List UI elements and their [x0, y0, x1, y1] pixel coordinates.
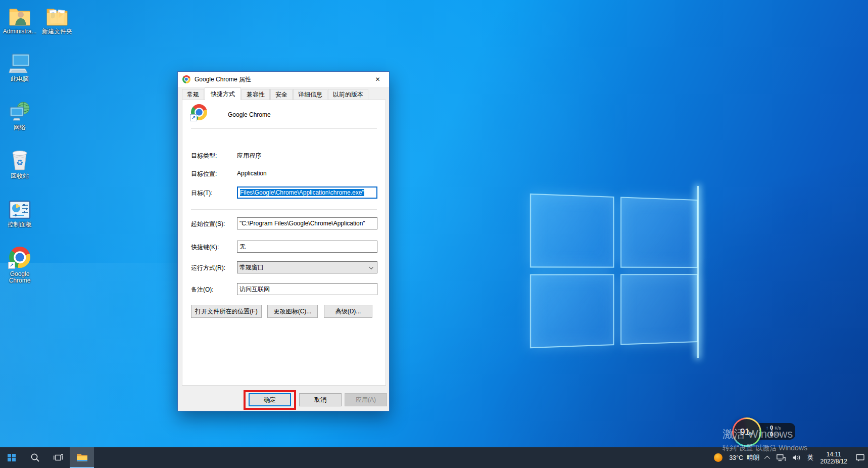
desktop-icon-control-panel[interactable]: 控制面板 — [1, 196, 38, 228]
desktop-icon-label: 新建文件夹 — [42, 28, 72, 35]
volume-icon[interactable] — [792, 454, 801, 461]
windows-logo-pane — [620, 197, 698, 268]
network-status-icon[interactable] — [777, 454, 786, 461]
download-arrow-icon — [766, 432, 768, 437]
chevron-down-icon — [369, 265, 373, 269]
task-view-button[interactable] — [46, 447, 70, 468]
run-mode-label: 运行方式(R): — [191, 264, 225, 272]
upload-speed-unit: K/s — [775, 426, 781, 431]
dialog-title: Google Chrome 属性 — [195, 75, 251, 84]
download-speed-row: 0 K/s — [766, 432, 795, 438]
chrome-icon — [191, 104, 207, 120]
desktop-icon-new-folder[interactable]: 新建文件夹 — [38, 3, 76, 35]
desktop-icon-administrator[interactable]: Administra... — [1, 3, 38, 35]
windows-logo-pane — [530, 194, 614, 268]
wallpaper-glow-edge — [697, 186, 699, 358]
open-file-location-button[interactable]: 打开文件所在的位置(F) — [191, 305, 262, 318]
desktop-icon-recycle-bin[interactable]: ♻ 回收站 — [1, 148, 38, 179]
comment-input[interactable]: 访问互联网 — [237, 283, 377, 295]
tab-security[interactable]: 安全 — [270, 89, 293, 100]
recycle-bin-icon: ♻ — [8, 148, 31, 171]
separator — [191, 128, 377, 129]
target-type-label: 目标类型: — [191, 152, 217, 160]
chrome-icon — [8, 246, 31, 269]
chrome-icon — [182, 75, 190, 83]
desktop-icon-label: Administra... — [3, 28, 37, 35]
memory-percent-value: 91 — [740, 427, 749, 437]
upload-speed-value: 0 — [770, 425, 773, 431]
upload-speed-row: 0 K/s — [766, 425, 795, 431]
folder-icon — [45, 3, 69, 26]
start-button[interactable] — [0, 447, 23, 468]
tab-previous-versions[interactable]: 以前的版本 — [328, 89, 368, 100]
run-mode-select[interactable]: 常规窗口 — [237, 261, 377, 273]
apply-button[interactable]: 应用(A) — [345, 393, 387, 406]
advanced-button[interactable]: 高级(D)... — [324, 305, 372, 318]
start-in-label: 起始位置(S): — [191, 220, 225, 228]
action-center-icon[interactable] — [856, 454, 865, 462]
close-icon[interactable] — [366, 72, 389, 86]
windows-logo-wallpaper — [530, 194, 698, 348]
taskbar: 33°C 晴朗 英 14:11 2022/8/12 — [0, 447, 868, 468]
target-type-value: 应用程序 — [237, 152, 261, 160]
ok-button[interactable]: 确定 — [249, 393, 291, 406]
user-folder-icon — [8, 3, 31, 26]
start-in-input[interactable]: "C:\Program Files\Google\Chrome\Applicat… — [237, 217, 377, 229]
windows-start-icon — [8, 454, 16, 462]
target-selected-text: Files\Google\Chrome\Application\chrome.e… — [240, 189, 364, 196]
control-panel-icon — [8, 196, 31, 219]
run-mode-value: 常规窗口 — [239, 264, 264, 271]
desktop-icon-label: 控制面板 — [8, 221, 32, 228]
dialog-titlebar[interactable]: Google Chrome 属性 — [178, 72, 389, 87]
file-explorer-button[interactable] — [70, 447, 94, 468]
tab-details[interactable]: 详细信息 — [293, 89, 327, 100]
target-location-label: 目标位置: — [191, 170, 217, 178]
desktop-icon-label: 网络 — [14, 124, 26, 131]
desktop-icon-network[interactable]: 网络 — [1, 99, 38, 131]
weather-sun-icon[interactable] — [714, 453, 722, 462]
desktop-icon-label: Google Chrome — [1, 271, 38, 284]
clock-date: 2022/8/12 — [821, 458, 847, 465]
download-speed-unit: K/s — [775, 432, 781, 438]
chrome-properties-dialog: Google Chrome 属性 常规 快捷方式 兼容性 安全 详细信息 以前的… — [177, 71, 390, 411]
dialog-tabstrip: 常规 快捷方式 兼容性 安全 详细信息 以前的版本 — [182, 88, 385, 100]
tab-compatibility[interactable]: 兼容性 — [242, 89, 270, 100]
desktop: Administra... 新建文件夹 此电脑 — [0, 0, 868, 468]
weather-temp[interactable]: 33°C — [729, 454, 743, 461]
tab-shortcut[interactable]: 快捷方式 — [205, 87, 241, 100]
shortcut-key-input[interactable]: 无 — [237, 241, 377, 253]
search-icon — [30, 453, 40, 462]
file-explorer-icon — [76, 453, 88, 462]
ime-indicator[interactable]: 英 — [807, 453, 814, 462]
tab-general[interactable]: 常规 — [182, 89, 204, 100]
cancel-button[interactable]: 取消 — [299, 393, 342, 406]
tray-overflow-chevron-icon[interactable] — [764, 455, 770, 461]
desktop-icon-this-pc[interactable]: 此电脑 — [1, 51, 38, 82]
task-view-icon — [53, 453, 63, 462]
shortcut-key-label: 快捷键(K): — [191, 243, 219, 252]
taskbar-clock[interactable]: 14:11 2022/8/12 — [821, 451, 847, 465]
search-button[interactable] — [23, 447, 46, 468]
desktop-icon-google-chrome[interactable]: Google Chrome — [1, 246, 38, 284]
clock-time: 14:11 — [821, 451, 847, 458]
separator — [191, 209, 377, 210]
windows-logo-pane — [620, 274, 698, 345]
comment-label: 备注(O): — [191, 286, 214, 294]
svg-text:♻: ♻ — [16, 158, 23, 167]
memory-usage-ball[interactable]: 91 % — [732, 417, 761, 447]
memory-usage-reading: 91 % — [734, 419, 760, 445]
app-name: Google Chrome — [228, 111, 271, 118]
download-speed-value: 0 — [770, 432, 773, 437]
target-label: 目标(T): — [191, 189, 213, 198]
target-location-value: Application — [237, 170, 267, 177]
windows-logo-pane — [530, 274, 614, 348]
desktop-icon-label: 回收站 — [11, 173, 29, 179]
weather-condition[interactable]: 晴朗 — [747, 453, 759, 462]
shortcut-tab-page: Google Chrome 目标类型: 应用程序 目标位置: Applicati… — [182, 100, 386, 386]
system-tray: 33°C 晴朗 英 14:11 2022/8/12 — [714, 447, 865, 468]
desktop-icon-label: 此电脑 — [11, 76, 29, 82]
computer-icon — [8, 51, 31, 74]
target-input[interactable]: Files\Google\Chrome\Application\chrome.e… — [237, 186, 377, 199]
change-icon-button[interactable]: 更改图标(C)... — [267, 305, 318, 318]
shortcut-arrow-icon — [190, 114, 197, 121]
